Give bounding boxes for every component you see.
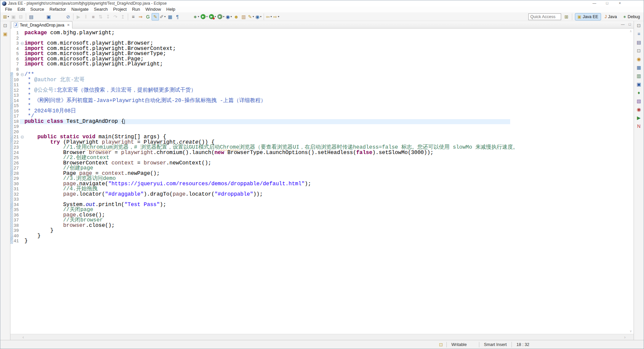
scroll-right-icon[interactable]: ›	[624, 335, 626, 340]
code-line[interactable]: 18public class Test_DragAndDrop {	[10, 119, 634, 124]
new-web-service-button[interactable]: ◉▾	[225, 13, 232, 20]
menu-project[interactable]: Project	[110, 6, 129, 12]
chevron-down-icon[interactable]: ▾	[164, 15, 166, 18]
external-tools-button[interactable]: ▶▾	[217, 13, 225, 20]
vertical-scrollbar[interactable]: ∧∨	[628, 29, 634, 334]
restore-view-icon[interactable]: ⊡	[637, 23, 641, 28]
suspend-button[interactable]: ‖	[82, 13, 90, 20]
problems-view-icon[interactable]: ◉	[637, 107, 641, 112]
fold-collapse-icon[interactable]	[21, 136, 24, 139]
properties-view-icon[interactable]: ▥	[637, 73, 641, 79]
show-view-table-button[interactable]: ▦	[166, 13, 174, 20]
menu-search[interactable]: Search	[91, 6, 110, 12]
disconnect-button[interactable]: ⇅	[97, 13, 104, 20]
perspective-java[interactable]: JJava	[602, 13, 619, 20]
testng-view-icon[interactable]: N	[637, 123, 640, 129]
mark-occurrences-button[interactable]: ✎	[152, 13, 159, 20]
show-whitespace-button[interactable]: ¶	[174, 13, 181, 20]
code-line[interactable]: 30 page.navigate("https://jqueryui.com/r…	[10, 182, 634, 187]
step-over-button[interactable]: ↷	[112, 13, 119, 20]
code-line[interactable]: 8	[10, 67, 634, 72]
maximize-editor-button[interactable]: □	[629, 22, 631, 26]
open-perspective-button[interactable]: ⊞	[565, 14, 569, 19]
minimize-editor-button[interactable]: —	[621, 22, 625, 26]
step-return-button[interactable]: ↥	[119, 13, 126, 20]
use-step-filters-button[interactable]: ⇒	[137, 13, 144, 20]
search-view-icon[interactable]: ◉	[637, 56, 641, 62]
quick-access-input[interactable]	[528, 13, 561, 20]
annotate-button[interactable]: ✎▾	[247, 13, 255, 20]
team-sync-button[interactable]: ☻	[232, 13, 240, 20]
code-line[interactable]: 26 BrowserContext context = browser.newC…	[10, 161, 634, 166]
menu-file[interactable]: File	[2, 6, 15, 12]
show-source-lines-button[interactable]: ≡	[129, 13, 137, 20]
chevron-down-icon[interactable]: ▾	[230, 15, 232, 18]
chevron-down-icon[interactable]: ▾	[8, 15, 9, 18]
code-line[interactable]: 32 page.locator("#draggable").dragTo(pag…	[10, 192, 634, 197]
skip-all-breakpoints-button[interactable]: ⊘	[64, 13, 72, 20]
servers-view-icon[interactable]: ▶	[637, 115, 641, 120]
menu-navigate[interactable]: Navigate	[69, 6, 91, 12]
code-line[interactable]: 38 browser.close();	[10, 223, 634, 229]
code-line[interactable]: 15 *	[10, 103, 634, 109]
chevron-down-icon[interactable]: ▾	[270, 15, 272, 18]
menu-source[interactable]: Source	[28, 6, 47, 12]
table-view-icon[interactable]: ▦	[637, 65, 641, 70]
chevron-down-icon[interactable]: ▾	[260, 15, 262, 18]
chevron-down-icon[interactable]: ▾	[215, 15, 216, 18]
save-button[interactable]: ▣	[10, 13, 17, 20]
menu-run[interactable]: Run	[129, 6, 143, 12]
code-line[interactable]: 9/**	[10, 72, 634, 78]
minimize-button[interactable]: —	[588, 0, 601, 6]
next-annotation-button[interactable]: ✐▾	[159, 13, 166, 20]
menu-edit[interactable]: Edit	[15, 6, 28, 12]
code-line[interactable]: 34 System.out.println("Test Pass");	[10, 202, 634, 208]
snippets-view-icon[interactable]: ▧	[637, 98, 641, 104]
close-button[interactable]: ×	[613, 0, 626, 6]
code-line[interactable]: 12 * @公众号:北京宏哥（微信搜索，关注宏哥，提前解锁更多测试干货）	[10, 88, 634, 93]
outline-view-icon[interactable]: ≡	[637, 31, 640, 37]
scroll-up-icon[interactable]: ∧	[630, 29, 632, 33]
horizontal-scrollbar[interactable]: ‹ ›	[10, 334, 634, 340]
resume-button[interactable]: ▶	[75, 13, 82, 20]
back-history-button[interactable]: ⇦▾	[265, 13, 273, 20]
code-line[interactable]: 14 * 《刚刚问世》系列初窥篇-Java+Playwright自动化测试-20…	[10, 98, 634, 104]
menu-help[interactable]: Help	[164, 6, 178, 12]
chevron-down-icon[interactable]: ▾	[253, 15, 254, 18]
chevron-down-icon[interactable]: ▾	[198, 15, 199, 18]
code-line[interactable]: 19	[10, 124, 634, 130]
package-explorer-icon[interactable]: ▣	[3, 31, 7, 37]
open-console-button[interactable]: ▣	[45, 13, 52, 20]
forward-history-button[interactable]: ⇨▾	[273, 13, 280, 20]
code-line[interactable]: 39 }	[10, 228, 634, 234]
code-line[interactable]: 40 }	[10, 234, 634, 239]
new-wizard-button[interactable]: ⊞▾	[2, 13, 10, 20]
console-view-icon[interactable]: ▣	[637, 82, 641, 87]
terminate-button[interactable]: ■	[90, 13, 97, 20]
code-line[interactable]: 41}	[10, 239, 634, 244]
debug-button[interactable]: ∗▾	[193, 13, 200, 20]
tab-test-draganddrop[interactable]: J Test_DragAndDrop.java ✕	[11, 21, 72, 29]
code-line[interactable]: 36 page.close();	[10, 213, 634, 218]
code-line[interactable]: 16 * 2024年10月08日	[10, 109, 634, 114]
fold-collapse-icon[interactable]	[21, 73, 24, 76]
tab-close-icon[interactable]: ✕	[67, 23, 70, 27]
coverage-last-session-button[interactable]: G	[144, 13, 152, 20]
perspective-debug[interactable]: ∗Debug	[621, 13, 642, 20]
restore-editor-icon[interactable]: ⊡	[3, 23, 7, 28]
code-editor[interactable]: 1package com.bjhg.playwright;23import co…	[10, 29, 634, 334]
scroll-left-icon[interactable]: ‹	[22, 335, 24, 340]
step-into-button[interactable]: ↧	[104, 13, 112, 20]
open-web-browser-button[interactable]: ◉▾	[255, 13, 262, 20]
chevron-down-icon[interactable]: ▾	[223, 15, 224, 18]
open-task-button[interactable]: ▥	[240, 13, 247, 20]
menu-refactor[interactable]: Refactor	[47, 6, 69, 12]
run-button[interactable]: ▶▾	[200, 13, 208, 20]
code-line[interactable]: 1package com.bjhg.playwright;	[10, 31, 634, 36]
maximize-button[interactable]: □	[601, 0, 613, 6]
coverage-button[interactable]: ▶▾	[208, 13, 217, 20]
fold-collapse-icon[interactable]	[21, 42, 24, 45]
scroll-down-icon[interactable]: ∨	[630, 329, 632, 333]
palette-view-icon[interactable]: ♦	[638, 90, 640, 95]
menu-window[interactable]: Window	[143, 6, 164, 12]
